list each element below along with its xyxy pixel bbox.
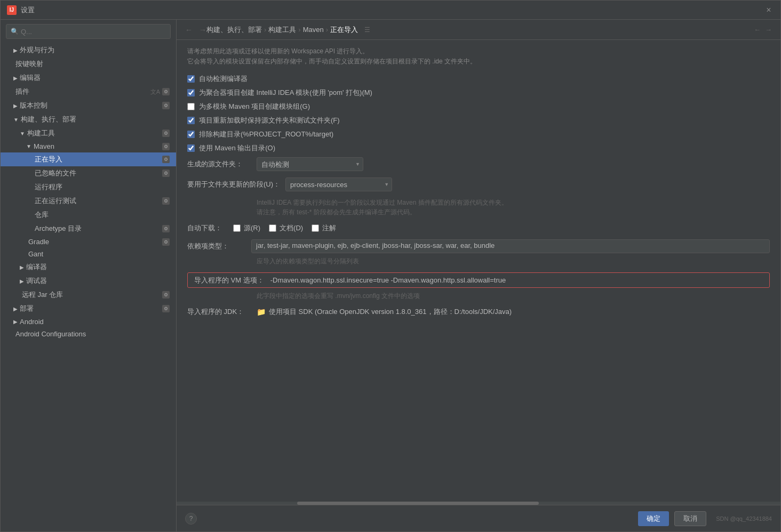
checkbox-row-create-module: 为聚合器项目创建 IntelliJ IDEA 模块(使用 'pom' 打包)(M… — [187, 88, 770, 98]
bottom-bar: ? 确定 取消 SDN @qq_42341884 — [177, 505, 780, 531]
sidebar-item-debugger[interactable]: ▶ 调试器 — [1, 274, 176, 288]
sidebar-item-label: 正在运行测试 — [35, 196, 76, 206]
sidebar-item-label: 编译器 — [26, 262, 47, 272]
sidebar-item-maven[interactable]: ▼ Maven ⚙ — [1, 140, 176, 152]
sidebar-item-label: 运行程序 — [35, 182, 62, 192]
vm-options-label: 导入程序的 VM 选项： — [190, 276, 268, 285]
sidebar-item-running-tests[interactable]: 正在运行测试 ⚙ — [1, 194, 176, 208]
sidebar-item-label: Android — [20, 318, 44, 326]
breadcrumb-part-1[interactable]: 构建、执行、部署 — [206, 25, 262, 35]
checkbox-multi-module[interactable] — [187, 103, 195, 110]
nav-forward-icon[interactable]: → — [199, 26, 206, 34]
checkbox-label-multi-module: 为多模块 Maven 项目创建模块组(G) — [199, 102, 310, 111]
sidebar-item-repositories[interactable]: 仓库 — [1, 208, 176, 222]
sidebar-item-gant[interactable]: Gant — [1, 248, 176, 260]
search-icon: 🔍 — [11, 28, 19, 35]
sidebar-item-label: Archetype 目录 — [35, 224, 82, 233]
checkbox-use-maven-output[interactable] — [187, 144, 195, 152]
search-box[interactable]: 🔍 — [6, 24, 171, 39]
sidebar-item-label: Gradle — [28, 238, 49, 246]
checkbox-annotations[interactable] — [312, 224, 319, 232]
info-text: 请考虑禁用此选项或迁移以使用新的 Workspace API 进行导入。 它会将… — [187, 46, 770, 67]
sidebar-item-keymap[interactable]: 按键映射 — [1, 57, 176, 71]
breadcrumb-sep-1: › — [264, 26, 266, 34]
download-docs-label: 文档(D) — [280, 223, 303, 233]
sidebar-item-label: Gant — [28, 250, 43, 258]
chevron-icon: ▶ — [13, 47, 18, 53]
sidebar-item-label: Android Configurations — [15, 330, 86, 338]
phase-select-wrapper: process-resources — [285, 178, 392, 191]
dep-types-label: 依赖项类型： — [187, 239, 251, 251]
checkbox-docs[interactable] — [269, 224, 276, 232]
badge-icon: ⚙ — [162, 102, 170, 109]
checkbox-exclude-target[interactable] — [187, 131, 195, 138]
confirm-button[interactable]: 确定 — [638, 511, 669, 526]
sidebar-item-label: Maven — [34, 142, 54, 150]
phase-hint-1: IntelliJ IDEA 需要执行列出的一个阶段以发现通过 Maven 插件配… — [257, 198, 770, 207]
sidebar-item-archetype[interactable]: Archetype 目录 ⚙ — [1, 222, 176, 236]
sidebar-item-label: 按键映射 — [15, 59, 43, 69]
breadcrumb-part-3[interactable]: Maven — [303, 26, 324, 34]
cancel-button[interactable]: 取消 — [674, 511, 706, 526]
content-area: 请考虑禁用此选项或迁移以使用新的 Workspace API 进行导入。 它会将… — [177, 40, 780, 502]
sidebar-item-deploy[interactable]: ▶ 部署 ⚙ — [1, 302, 176, 316]
vm-options-input[interactable] — [268, 275, 767, 285]
breadcrumb-bar: ← → 构建、执行、部署 › 构建工具 › Maven › 正在导入 ☰ ← → — [177, 20, 780, 40]
sidebar-item-compiler[interactable]: ▶ 编译器 — [1, 260, 176, 274]
forward-arrow-icon[interactable]: → — [765, 26, 772, 34]
source-folder-select[interactable]: 自动检测 — [257, 157, 363, 171]
info-line-1: 请考虑禁用此选项或迁移以使用新的 Workspace API 进行导入。 — [187, 46, 770, 57]
sidebar-item-label: 远程 Jar 仓库 — [22, 290, 63, 300]
checkbox-auto-detect[interactable] — [187, 75, 195, 83]
badge-icon: ⚙ — [162, 225, 170, 232]
window-title: 设置 — [21, 5, 763, 15]
sidebar-item-build-tools[interactable]: ▼ 构建工具 ⚙ — [1, 126, 176, 140]
sidebar-item-ignored[interactable]: 已忽略的文件 ⚙ — [1, 166, 176, 180]
breadcrumb-part-2[interactable]: 构建工具 — [268, 25, 296, 35]
checkbox-label-exclude-target: 排除构建目录(%PROJECT_ROOT%/target) — [199, 130, 333, 139]
checkbox-keep-source[interactable] — [187, 117, 195, 124]
close-button[interactable]: × — [763, 5, 774, 15]
download-sources-label: 源(R) — [244, 223, 260, 233]
help-button[interactable]: ? — [185, 513, 197, 525]
back-arrow-icon[interactable]: ← — [754, 26, 761, 34]
sidebar: 🔍 ▶ 外观与行为 按键映射 ▶ 编辑器 插件 文A ⚙ — [1, 20, 177, 531]
sidebar-item-label: 插件 — [15, 87, 29, 96]
sidebar-item-plugins[interactable]: 插件 文A ⚙ — [1, 85, 176, 99]
checkbox-create-module[interactable] — [187, 89, 195, 96]
chevron-icon: ▶ — [13, 319, 18, 325]
main-content: 🔍 ▶ 外观与行为 按键映射 ▶ 编辑器 插件 文A ⚙ — [1, 20, 780, 531]
sidebar-item-appearance[interactable]: ▶ 外观与行为 — [1, 43, 176, 57]
app-icon: IJ — [7, 5, 17, 15]
chevron-down-icon: ▼ — [20, 131, 25, 136]
sidebar-item-editor[interactable]: ▶ 编辑器 — [1, 71, 176, 85]
checkbox-row-keep-source: 项目重新加载时保持源文件夹和测试文件夹(F) — [187, 116, 770, 125]
sidebar-item-vcs[interactable]: ▶ 版本控制 ⚙ — [1, 99, 176, 112]
breadcrumb-part-4[interactable]: 正在导入 — [330, 25, 358, 35]
search-input[interactable] — [21, 28, 166, 36]
badge-icon: ⚙ — [162, 170, 170, 177]
download-docs: 文档(D) — [269, 223, 303, 233]
nav-back-icon[interactable]: ← — [185, 26, 193, 34]
source-folder-row: 生成的源文件夹： 自动检测 — [187, 157, 770, 171]
sidebar-item-runner[interactable]: 运行程序 — [1, 180, 176, 194]
badge-icon: ⚙ — [162, 156, 170, 163]
sidebar-item-remote-jar[interactable]: 远程 Jar 仓库 ⚙ — [1, 288, 176, 302]
breadcrumb-nav: ← → — [754, 26, 772, 34]
sidebar-item-android-configs[interactable]: Android Configurations — [1, 328, 176, 340]
sidebar-item-android[interactable]: ▶ Android — [1, 316, 176, 328]
source-folder-label: 生成的源文件夹： — [187, 159, 251, 169]
phase-select[interactable]: process-resources — [285, 178, 392, 191]
checkbox-sources[interactable] — [233, 224, 241, 232]
checkbox-label-keep-source: 项目重新加载时保持源文件夹和测试文件夹(F) — [199, 116, 340, 125]
checkbox-row-multi-module: 为多模块 Maven 项目创建模块组(G) — [187, 102, 770, 111]
sidebar-item-importing[interactable]: 正在导入 ⚙ — [1, 152, 176, 166]
folder-icon: 📁 — [257, 308, 266, 316]
right-panel: ← → 构建、执行、部署 › 构建工具 › Maven › 正在导入 ☰ ← → — [177, 20, 780, 531]
sidebar-item-label: 构建、执行、部署 — [21, 115, 76, 124]
sidebar-item-build[interactable]: ▼ 构建、执行、部署 — [1, 112, 176, 126]
sidebar-item-label: 调试器 — [26, 276, 47, 286]
chevron-icon: ▶ — [13, 306, 18, 312]
phase-row: 要用于文件夹更新的阶段(U)： process-resources — [187, 178, 770, 191]
sidebar-item-gradle[interactable]: Gradle ⚙ — [1, 236, 176, 248]
